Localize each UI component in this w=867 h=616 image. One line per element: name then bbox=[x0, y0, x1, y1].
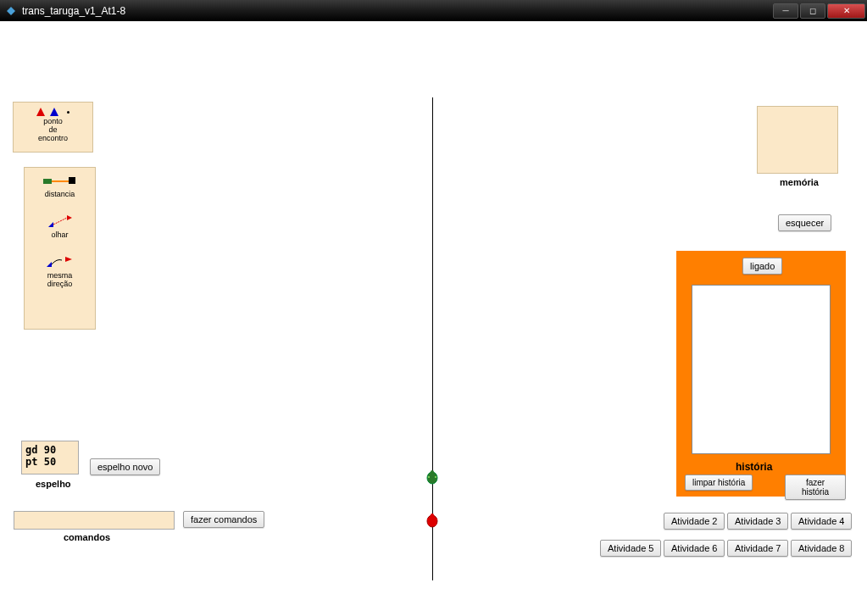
close-button[interactable]: ✕ bbox=[827, 3, 865, 19]
turtle-green[interactable] bbox=[425, 469, 439, 485]
content-area: ponto de encontro distancia bbox=[0, 21, 867, 616]
atividade-6-button[interactable]: Atividade 6 bbox=[664, 540, 725, 557]
tool-ponto-encontro[interactable]: ponto de encontro bbox=[13, 102, 93, 153]
window-controls: ─ ◻ ✕ bbox=[771, 3, 865, 19]
tool-palette: distancia olhar bbox=[24, 167, 96, 330]
atividade-2-button[interactable]: Atividade 2 bbox=[664, 513, 725, 530]
limpar-historia-button[interactable]: limpar história bbox=[685, 474, 753, 491]
svg-marker-16 bbox=[47, 262, 52, 267]
tool-mesma-direcao[interactable]: mesma direção bbox=[28, 254, 92, 288]
historia-textarea[interactable] bbox=[692, 285, 831, 454]
espelho-display: gd 90 pt 50 bbox=[21, 441, 79, 474]
app-window: trans_taruga_v1_At1-8 ─ ◻ ✕ bbox=[0, 0, 867, 616]
red-triangle-icon bbox=[36, 108, 45, 116]
svg-rect-9 bbox=[434, 524, 436, 525]
tool-label: distancia bbox=[28, 190, 92, 198]
canvas-divider bbox=[432, 97, 433, 580]
titlebar: trans_taruga_v1_At1-8 ─ ◻ ✕ bbox=[0, 0, 867, 21]
atividade-5-button[interactable]: Atividade 5 bbox=[600, 540, 661, 557]
memoria-label: memória bbox=[780, 177, 819, 187]
atividade-3-button[interactable]: Atividade 3 bbox=[727, 513, 788, 530]
fazer-historia-button[interactable]: fazer história bbox=[785, 474, 846, 500]
historia-panel: ligado história limpar história fazer hi… bbox=[676, 251, 846, 497]
tool-label: ponto de encontro bbox=[19, 118, 87, 143]
espelho-novo-button[interactable]: espelho novo bbox=[90, 458, 160, 475]
historia-label: história bbox=[736, 461, 772, 473]
atividade-4-button[interactable]: Atividade 4 bbox=[791, 513, 852, 530]
tool-label: olhar bbox=[28, 230, 92, 239]
svg-rect-6 bbox=[427, 519, 430, 520]
memoria-display bbox=[757, 106, 838, 174]
svg-marker-17 bbox=[65, 257, 72, 262]
comandos-label: comandos bbox=[64, 532, 110, 542]
svg-marker-15 bbox=[67, 215, 72, 220]
fazer-comandos-button[interactable]: fazer comandos bbox=[183, 511, 264, 528]
svg-marker-13 bbox=[48, 222, 53, 227]
tool-distancia[interactable]: distancia bbox=[28, 173, 92, 198]
svg-rect-8 bbox=[428, 524, 431, 525]
atividade-8-button[interactable]: Atividade 8 bbox=[791, 540, 852, 557]
espelho-label: espelho bbox=[36, 479, 71, 489]
svg-point-1 bbox=[431, 470, 434, 474]
app-icon bbox=[5, 5, 17, 17]
svg-rect-3 bbox=[435, 476, 436, 478]
svg-point-5 bbox=[431, 513, 434, 517]
blue-triangle-icon bbox=[50, 108, 58, 116]
svg-rect-2 bbox=[428, 476, 430, 478]
atividade-7-button[interactable]: Atividade 7 bbox=[727, 540, 788, 557]
tool-olhar[interactable]: olhar bbox=[28, 214, 92, 239]
ligado-button[interactable]: ligado bbox=[742, 258, 782, 275]
svg-rect-12 bbox=[69, 177, 75, 184]
comandos-input[interactable] bbox=[14, 511, 175, 530]
svg-rect-10 bbox=[43, 179, 52, 184]
maximize-button[interactable]: ◻ bbox=[800, 3, 825, 19]
tool-label: mesma direção bbox=[28, 271, 92, 288]
dot-icon bbox=[67, 111, 69, 114]
svg-rect-7 bbox=[435, 519, 437, 520]
esquecer-button[interactable]: esquecer bbox=[778, 214, 831, 231]
turtle-red[interactable] bbox=[425, 513, 439, 528]
window-title: trans_taruga_v1_At1-8 bbox=[22, 5, 125, 17]
minimize-button[interactable]: ─ bbox=[773, 3, 798, 19]
svg-line-14 bbox=[53, 218, 67, 225]
